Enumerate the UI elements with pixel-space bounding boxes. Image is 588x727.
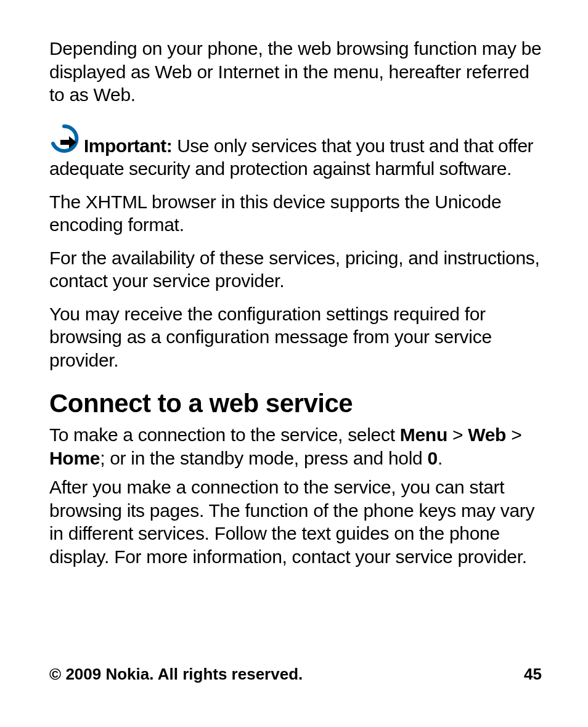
home-label: Home bbox=[49, 448, 100, 468]
important-icon bbox=[49, 124, 81, 159]
menu-label: Menu bbox=[400, 424, 447, 445]
xhtml-paragraph: The XHTML browser in this device support… bbox=[49, 190, 542, 237]
important-label: Important: bbox=[84, 136, 172, 156]
zero-key: 0 bbox=[428, 448, 438, 468]
connect-instructions: To make a connection to the service, sel… bbox=[49, 423, 542, 469]
availability-paragraph: For the availability of these services, … bbox=[49, 246, 542, 293]
page-content: Depending on your phone, the web browsin… bbox=[0, 0, 588, 568]
page-footer: © 2009 Nokia. All rights reserved. 45 bbox=[49, 665, 542, 684]
copyright-text: © 2009 Nokia. All rights reserved. bbox=[49, 665, 303, 684]
web-label: Web bbox=[468, 424, 506, 445]
after-connect-paragraph: After you make a connection to the servi… bbox=[49, 476, 542, 568]
separator: > bbox=[506, 424, 521, 445]
page-number: 45 bbox=[524, 665, 542, 684]
connect-end: . bbox=[438, 448, 443, 468]
section-heading: Connect to a web service bbox=[49, 389, 542, 418]
separator: > bbox=[447, 424, 468, 445]
connect-pre: To make a connection to the service, sel… bbox=[49, 424, 400, 445]
config-paragraph: You may receive the configuration settin… bbox=[49, 303, 542, 372]
connect-mid: ; or in the standby mode, press and hold bbox=[100, 448, 427, 468]
intro-paragraph: Depending on your phone, the web browsin… bbox=[49, 37, 542, 107]
important-block: Important: Use only services that you tr… bbox=[49, 124, 542, 181]
